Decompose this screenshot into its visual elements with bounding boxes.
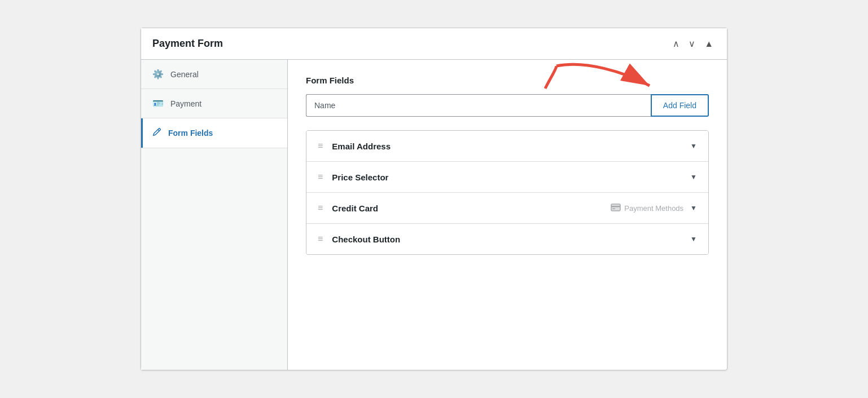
fields-list: ≡ Email Address ▼ ≡ Price Selector ▼ ≡ C… [306, 130, 709, 255]
gear-icon: ⚙️ [152, 69, 164, 79]
sidebar: ⚙️ General 🪪 Payment Form Fields [141, 60, 288, 370]
field-label: Credit Card [332, 204, 611, 213]
chevron-down-icon: ▼ [690, 142, 697, 150]
chevron-down-icon: ▼ [690, 173, 697, 181]
field-input-row: Add Field [306, 94, 709, 117]
field-label: Checkout Button [332, 235, 690, 244]
svg-rect-2 [611, 206, 620, 207]
panel-header: Payment Form ∧ ∨ ▲ [141, 28, 727, 60]
field-label: Email Address [332, 141, 690, 151]
table-row[interactable]: ≡ Email Address ▼ [306, 131, 708, 162]
drag-handle-icon: ≡ [318, 234, 323, 244]
drag-handle-icon: ≡ [318, 172, 323, 182]
chevron-down-icon: ▼ [690, 204, 697, 212]
field-label: Price Selector [332, 173, 690, 182]
svg-rect-1 [611, 204, 620, 211]
drag-handle-icon: ≡ [318, 141, 323, 151]
table-row[interactable]: ≡ Credit Card Payment Methods ▼ [306, 193, 708, 224]
panel-header-controls: ∧ ∨ ▲ [670, 37, 716, 50]
add-field-button[interactable]: Add Field [651, 94, 709, 117]
drag-handle-icon: ≡ [318, 203, 323, 213]
collapse-up-icon[interactable]: ∧ [670, 37, 682, 50]
section-title: Form Fields [306, 76, 709, 85]
sidebar-item-general-label: General [170, 70, 199, 79]
sidebar-item-general[interactable]: ⚙️ General [141, 60, 287, 89]
panel-title: Payment Form [152, 38, 223, 50]
svg-rect-3 [612, 208, 615, 209]
edit-icon [152, 127, 161, 139]
sidebar-item-payment[interactable]: 🪪 Payment [141, 89, 287, 118]
payment-methods-label: Payment Methods [624, 204, 683, 213]
field-name-input[interactable] [306, 94, 651, 117]
annotation-wrapper: Add Field [306, 94, 709, 117]
panel-body: ⚙️ General 🪪 Payment Form Fields Form Fi… [141, 60, 727, 370]
payment-form-panel: Payment Form ∧ ∨ ▲ ⚙️ General 🪪 Payment [141, 28, 727, 370]
collapse-icon[interactable]: ▲ [702, 38, 716, 50]
table-row[interactable]: ≡ Checkout Button ▼ [306, 224, 708, 254]
sidebar-item-payment-label: Payment [170, 99, 201, 108]
payment-methods-icon [611, 204, 621, 213]
sidebar-item-form-fields[interactable]: Form Fields [141, 118, 287, 148]
collapse-down-icon[interactable]: ∨ [686, 37, 698, 50]
payment-methods-badge: Payment Methods [611, 204, 683, 213]
credit-card-icon: 🪪 [152, 98, 164, 109]
sidebar-item-form-fields-label: Form Fields [168, 129, 213, 138]
table-row[interactable]: ≡ Price Selector ▼ [306, 162, 708, 193]
main-content: Form Fields Add Fiel [288, 60, 727, 370]
chevron-down-icon: ▼ [690, 235, 697, 243]
